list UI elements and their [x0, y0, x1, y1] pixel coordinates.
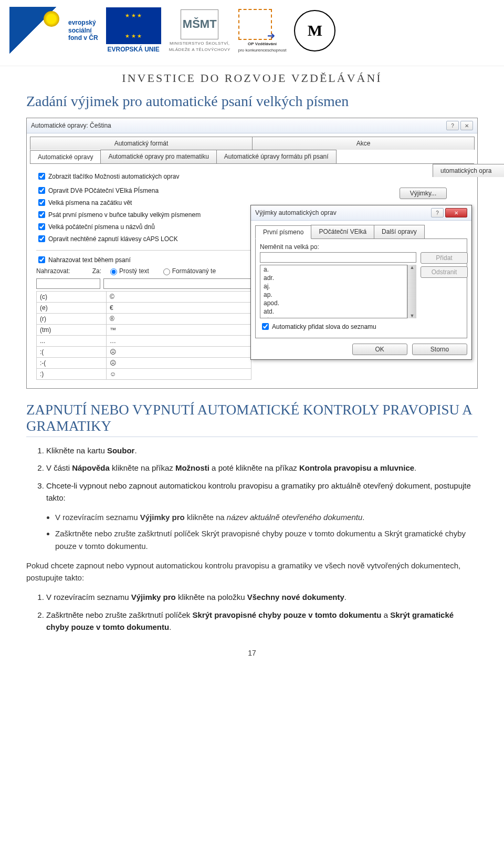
cb-auto-add[interactable]: Automaticky přidat slova do seznamu — [260, 321, 463, 331]
bullet-list: V rozevíracím seznamu Výjimky pro klikně… — [26, 511, 478, 552]
step-3: Chcete-li vypnout nebo zapnout automatic… — [46, 480, 478, 504]
autocorrect-dialog: Automatické opravy: Čeština ? ✕ Automati… — [26, 118, 478, 389]
esf-text: evropský sociální fond v ČR — [68, 19, 98, 41]
exceptions-listbox[interactable]: a.adr.aj.ap.apod.atd.atp.b. — [260, 265, 407, 318]
eu-flag-icon — [106, 7, 161, 44]
with-label: Za: — [92, 267, 101, 275]
table-row[interactable]: (tm)™ — [37, 325, 251, 336]
help-icon[interactable]: ? — [431, 208, 444, 217]
list-item[interactable]: atp. — [260, 316, 407, 318]
tab-other-corrections[interactable]: Další opravy — [374, 225, 425, 238]
steps-list: Klikněte na kartu Soubor. V části Nápově… — [26, 444, 478, 504]
bullet-2: Zaškrtněte nebo zrušte zaškrtnutí políče… — [55, 527, 478, 552]
cb-two-initials[interactable]: Opravit DVě POčáteční VElká PÍsmena — [36, 185, 400, 195]
steps-list-2: V rozevíracím seznamu Výjimky pro klikně… — [26, 591, 478, 633]
table-row[interactable]: ...… — [37, 336, 251, 347]
replace-input[interactable] — [36, 278, 100, 289]
exception-input[interactable] — [260, 252, 416, 263]
op-logo: OP Vzdělávání pro konkurenceschopnost — [238, 9, 287, 53]
step-1: Klikněte na kartu Soubor. — [46, 444, 478, 456]
ok-button[interactable]: OK — [352, 344, 407, 355]
scrollbar[interactable]: ▲▼ — [407, 265, 416, 318]
page-number: 17 — [26, 649, 478, 657]
step2-1: V rozevíracím seznamu Výjimky pro klikně… — [46, 591, 478, 603]
no-cap-after-label: Neměnit na velká po: — [260, 243, 463, 251]
paragraph: Pokud chcete zapnout nebo vypnout automa… — [26, 559, 478, 584]
heading-2: ZAPNUTÍ NEBO VYPNUTÍ AUTOMATICKÉ KONTROL… — [26, 402, 478, 437]
cut-tab[interactable]: utomatických opra — [433, 164, 504, 177]
tab-autocorrect[interactable]: Automatické opravy — [30, 150, 101, 164]
exceptions-title: Výjimky automatických oprav — [255, 209, 429, 216]
esf-logo — [5, 4, 60, 57]
remove-button[interactable]: Odstranit — [421, 266, 468, 278]
table-row[interactable]: :)☺ — [37, 369, 251, 380]
invest-banner: INVESTICE DO ROZVOJE VZDĚLÁVÁNÍ — [0, 71, 504, 85]
cb-show-options[interactable]: Zobrazit tlačítko Možnosti automatických… — [36, 171, 468, 181]
tab-first-letter[interactable]: První písmeno — [255, 225, 311, 239]
step2-2: Zaškrtněte nebo zrušte zaškrtnutí políče… — [46, 609, 478, 634]
esf-line3: fond v ČR — [68, 34, 98, 41]
list-item[interactable]: adr. — [260, 274, 407, 282]
step-2: V části Nápověda klikněte na příkaz Možn… — [46, 462, 478, 474]
list-item[interactable]: atd. — [260, 307, 407, 316]
muni-logo — [294, 10, 335, 51]
help-icon[interactable]: ? — [446, 121, 459, 130]
table-row[interactable]: :(☹ — [37, 347, 251, 358]
tab-auto-format[interactable]: Automatický formát — [30, 137, 253, 150]
eu-label: EVROPSKÁ UNIE — [106, 46, 161, 53]
add-button[interactable]: Přidat — [421, 252, 468, 264]
dialog-title: Automatické opravy: Čeština — [31, 122, 445, 129]
tab-actions[interactable]: Akce — [252, 137, 475, 150]
close-icon[interactable]: ✕ — [460, 121, 473, 130]
radio-plain-text[interactable]: Prostý text — [108, 267, 149, 275]
replace-label: Nahrazovat: — [36, 267, 70, 275]
bullet-1: V rozevíracím seznamu Výjimky pro klikně… — [55, 511, 478, 523]
table-row[interactable]: (r)® — [37, 314, 251, 325]
list-item[interactable]: apod. — [260, 299, 407, 307]
tab-autoformat-typing[interactable]: Automatické úpravy formátu při psaní — [216, 150, 337, 163]
tab-math-autocorrect[interactable]: Automatické opravy pro matematiku — [100, 150, 216, 163]
replacements-table[interactable]: (c)©(e)€(r)®(tm)™...…:(☹:-(☹:)☺ — [36, 291, 251, 380]
exceptions-dialog: Výjimky automatických oprav ? ✕ První pí… — [250, 205, 472, 360]
cancel-button[interactable]: Storno — [412, 344, 467, 355]
list-item[interactable]: aj. — [260, 282, 407, 290]
list-item[interactable]: a. — [260, 265, 407, 274]
esf-line1: evropský — [68, 19, 98, 26]
close-icon[interactable]: ✕ — [445, 208, 467, 217]
list-item[interactable]: ap. — [260, 290, 407, 299]
table-row[interactable]: :-(☹ — [37, 358, 251, 369]
tab-initial-caps[interactable]: POčáteční VElká — [311, 225, 374, 238]
radio-formatted-text[interactable]: Formátovaný te — [161, 267, 216, 275]
heading-1: Zadání výjimek pro automatické psaní vel… — [26, 93, 478, 110]
table-row[interactable]: (e)€ — [37, 303, 251, 314]
esf-line2: sociální — [68, 27, 98, 34]
table-row[interactable]: (c)© — [37, 292, 251, 303]
exceptions-button[interactable]: Výjimky... — [400, 188, 447, 199]
msmt-logo: MŠMT MINISTERSTVO ŠKOLSTVÍ, MLÁDEŽE A TĚ… — [169, 9, 230, 52]
